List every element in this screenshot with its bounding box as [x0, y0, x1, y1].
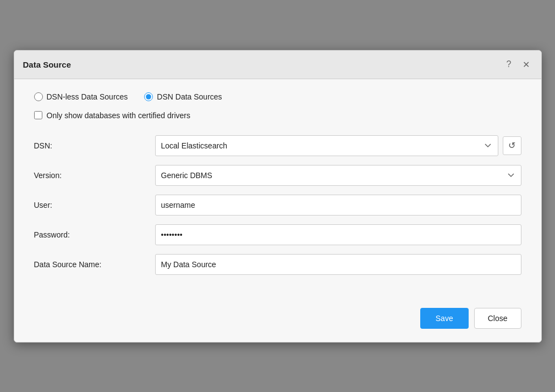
dsn-label: DSN:	[34, 141, 155, 150]
close-icon[interactable]: ✕	[520, 58, 532, 71]
password-control-wrapper	[155, 224, 521, 245]
dsn-row: DSN: Local Elasticsearch ↺	[34, 135, 521, 156]
radio-group: DSN-less Data Sources DSN Data Sources	[34, 92, 521, 101]
radio-dsn-label: DSN Data Sources	[157, 92, 222, 101]
radio-dsn-input[interactable]	[144, 92, 153, 101]
user-control-wrapper	[155, 195, 521, 216]
datasource-name-input[interactable]	[155, 254, 521, 275]
password-label: Password:	[34, 230, 155, 239]
save-button[interactable]: Save	[420, 308, 469, 329]
close-button[interactable]: Close	[474, 308, 521, 329]
password-input[interactable]	[155, 224, 521, 245]
titlebar-actions: ? ✕	[504, 58, 532, 71]
dsn-control-wrapper: Local Elasticsearch ↺	[155, 135, 521, 156]
datasource-name-row: Data Source Name:	[34, 254, 521, 275]
radio-dsn-less-label: DSN-less Data Sources	[47, 92, 128, 101]
datasource-name-label: Data Source Name:	[34, 260, 155, 269]
radio-dsn-less[interactable]: DSN-less Data Sources	[34, 92, 128, 101]
dialog-footer: Save Close	[14, 299, 541, 342]
certified-drivers-checkbox-group: Only show databases with certified drive…	[34, 111, 521, 120]
refresh-button[interactable]: ↺	[503, 136, 521, 155]
dialog: Data Source ? ✕ DSN-less Data Sources DS…	[14, 50, 542, 343]
user-input[interactable]	[155, 195, 521, 216]
radio-dsn[interactable]: DSN Data Sources	[144, 92, 222, 101]
user-row: User:	[34, 195, 521, 216]
datasource-name-control-wrapper	[155, 254, 521, 275]
version-control-wrapper: Generic DBMS	[155, 165, 521, 186]
version-row: Version: Generic DBMS	[34, 165, 521, 186]
radio-dsn-less-input[interactable]	[34, 92, 43, 101]
dialog-title: Data Source	[23, 60, 72, 69]
help-icon[interactable]: ?	[504, 58, 514, 70]
user-label: User:	[34, 201, 155, 209]
certified-drivers-label[interactable]: Only show databases with certified drive…	[47, 111, 190, 120]
dialog-titlebar: Data Source ? ✕	[14, 51, 541, 79]
version-label: Version:	[34, 171, 155, 180]
version-select[interactable]: Generic DBMS	[155, 165, 521, 186]
dialog-body: DSN-less Data Sources DSN Data Sources O…	[14, 79, 541, 299]
certified-drivers-checkbox[interactable]	[34, 111, 42, 119]
dsn-select[interactable]: Local Elasticsearch	[155, 135, 498, 156]
password-row: Password:	[34, 224, 521, 245]
